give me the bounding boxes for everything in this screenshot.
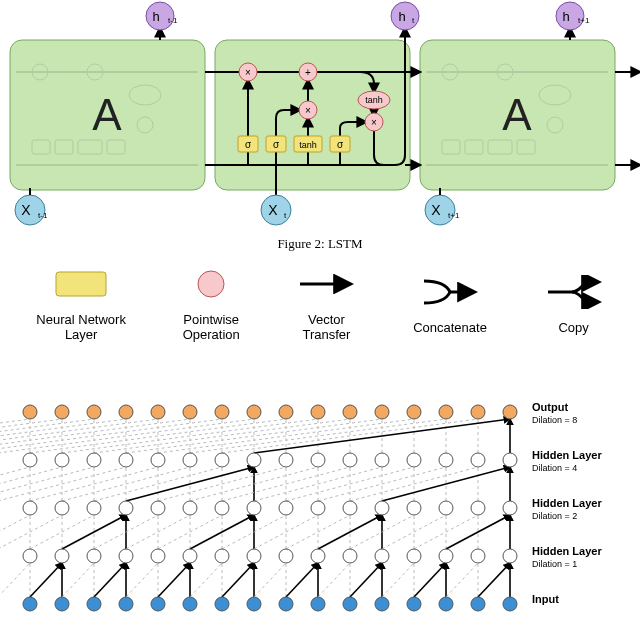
legend-label: Copy (558, 320, 588, 335)
svg-text:X: X (21, 202, 31, 218)
svg-text:×: × (371, 117, 377, 128)
wavenet-node (471, 549, 485, 563)
wavenet-node (151, 597, 165, 611)
wavenet-edge (318, 467, 446, 501)
wavenet-node (439, 405, 453, 419)
wavenet-node (23, 405, 37, 419)
x-next-node: X t+1 (425, 188, 460, 225)
svg-rect-68 (56, 272, 106, 296)
wavenet-edge (350, 563, 382, 597)
legend-label: Neural Network Layer (36, 312, 126, 342)
wavenet-edge (222, 467, 350, 501)
wavenet-node (279, 549, 293, 563)
wavenet-node (439, 549, 453, 563)
wavenet-node (55, 501, 69, 515)
svg-text:t+1: t+1 (448, 211, 460, 220)
wavenet-node (87, 453, 101, 467)
wavenet-node (343, 405, 357, 419)
wavenet-node (119, 453, 133, 467)
wavenet-edge (350, 467, 478, 501)
wavenet-node (471, 453, 485, 467)
wavenet-node (151, 501, 165, 515)
wavenet-node (471, 405, 485, 419)
h-prev-node: h t-1 (146, 2, 178, 40)
wavenet-edge (318, 515, 382, 549)
wavenet-edge (286, 563, 318, 597)
wavenet-edge (222, 419, 478, 453)
wavenet-edge (478, 563, 510, 597)
svg-text:tanh: tanh (299, 140, 317, 150)
svg-text:t-1: t-1 (168, 16, 178, 25)
wavenet-node (119, 549, 133, 563)
wavenet-edge (126, 467, 254, 501)
wavenet-node (407, 453, 421, 467)
lstm-caption: Figure 2: LSTM (0, 236, 640, 252)
wavenet-edge (0, 467, 30, 501)
wavenet-edge (0, 419, 126, 453)
wavenet-edge (158, 515, 222, 549)
wavenet-node (151, 453, 165, 467)
wavenet-edge (382, 467, 510, 501)
wavenet-node (407, 597, 421, 611)
wavenet-node (279, 501, 293, 515)
wavenet-layer-label: Hidden Layer (532, 449, 602, 461)
x-prev-node: X t-1 (15, 188, 48, 225)
wavenet-edge (158, 419, 414, 453)
wavenet-edge (62, 419, 318, 453)
wavenet-node (247, 549, 261, 563)
wavenet-edge (190, 563, 222, 597)
wavenet-node (503, 453, 517, 467)
wavenet-edge (62, 467, 190, 501)
wavenet-edge (0, 563, 30, 597)
wavenet-edge (382, 563, 414, 597)
wavenet-edge (254, 563, 286, 597)
wavenet-edge (414, 515, 478, 549)
wavenet-node (119, 405, 133, 419)
wavenet-edge (94, 419, 350, 453)
lstm-figure: A A (0, 0, 640, 230)
wavenet-node (247, 501, 261, 515)
wavenet-edge (414, 563, 446, 597)
wavenet-node (23, 453, 37, 467)
wavenet-node (407, 549, 421, 563)
svg-text:×: × (245, 67, 251, 78)
wavenet-edge (190, 419, 446, 453)
svg-point-69 (198, 271, 224, 297)
wavenet-node (87, 549, 101, 563)
wavenet-node (215, 453, 229, 467)
wavenet-edge (0, 419, 158, 453)
wavenet-node (55, 549, 69, 563)
wavenet-edge (94, 467, 222, 501)
wavenet-layer-label: Output (532, 401, 568, 413)
wavenet-edge (126, 515, 190, 549)
svg-text:t-1: t-1 (38, 211, 48, 220)
wavenet-layer-label: Input (532, 593, 559, 605)
svg-text:×: × (305, 105, 311, 116)
wavenet-edge (30, 515, 94, 549)
svg-text:h: h (562, 9, 569, 24)
wavenet-node (375, 501, 389, 515)
wavenet-edge (62, 515, 126, 549)
wavenet-node (23, 597, 37, 611)
wavenet-edge (126, 563, 158, 597)
wavenet-node (279, 453, 293, 467)
legend-pointwise: Pointwise Operation (183, 266, 240, 342)
wavenet-node (311, 597, 325, 611)
wavenet-edge (0, 515, 62, 549)
wavenet-edge (318, 563, 350, 597)
wavenet-node (119, 501, 133, 515)
wavenet-node (215, 405, 229, 419)
legend-transfer: Vector Transfer (296, 266, 356, 342)
lstm-cell-label-left: A (92, 90, 122, 139)
wavenet-edge (286, 467, 414, 501)
wavenet-edge (30, 419, 286, 453)
wavenet-node (503, 597, 517, 611)
wavenet-node (87, 501, 101, 515)
wavenet-node (375, 549, 389, 563)
wavenet-node (279, 405, 293, 419)
wavenet-node (279, 597, 293, 611)
wavenet-node (343, 453, 357, 467)
wavenet-node (183, 405, 197, 419)
wavenet-edge (158, 563, 190, 597)
wavenet-node (151, 549, 165, 563)
